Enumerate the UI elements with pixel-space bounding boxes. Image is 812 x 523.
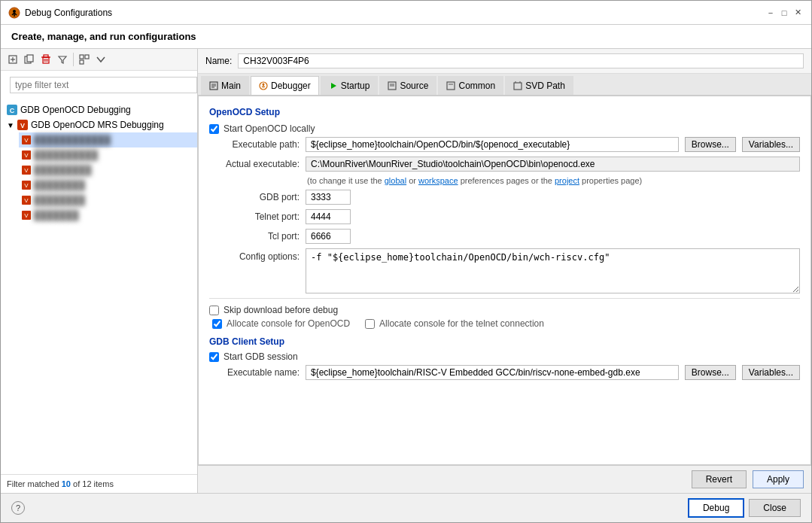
allocate-telnet-checkbox[interactable]: [365, 319, 375, 329]
telnet-port-input[interactable]: [306, 209, 351, 224]
tree-child-6[interactable]: V ███████: [19, 208, 197, 223]
openocd-section-header: OpenOCD Setup: [209, 107, 800, 117]
tree-child-2[interactable]: V ██████████: [19, 147, 197, 163]
expand-button[interactable]: [93, 52, 108, 67]
tab-main[interactable]: Main: [201, 76, 249, 95]
help-button[interactable]: ?: [11, 501, 25, 515]
browse-button-2[interactable]: Browse...: [685, 365, 736, 380]
hint-global-link[interactable]: global: [385, 176, 406, 185]
start-openocd-label: Start OpenOCD locally: [224, 123, 315, 134]
tab-main-label: Main: [221, 81, 241, 91]
allocate-console-checkbox[interactable]: [212, 319, 222, 329]
config-options-textarea[interactable]: -f "${eclipse_home}toolchain/OpenOCD/bin…: [306, 248, 800, 293]
v-small-icon-3: V: [22, 166, 31, 175]
skip-download-checkbox[interactable]: [209, 306, 219, 315]
start-gdb-row: Start GDB session: [209, 351, 800, 362]
tree-child-3[interactable]: V █████████: [19, 163, 197, 178]
svg-rect-50: [514, 83, 522, 90]
debug-button[interactable]: Debug: [688, 498, 744, 518]
variables-button-2[interactable]: Variables...: [742, 365, 800, 380]
tcl-port-input[interactable]: [306, 229, 351, 244]
duplicate-config-button[interactable]: [22, 52, 37, 67]
child-label-2: ██████████: [34, 150, 98, 160]
tree-child-1[interactable]: V ████████████: [19, 132, 197, 147]
v-small-icon-6: V: [22, 211, 31, 220]
filter-total: 12: [82, 479, 91, 488]
footer-right: Debug Close: [688, 498, 801, 518]
main-tab-icon: [209, 81, 218, 90]
svg-text:V: V: [24, 137, 29, 144]
executable-path-input[interactable]: [306, 137, 679, 152]
svg-rect-17: [85, 55, 89, 59]
allocate-telnet-item: Allocate console for the telnet connecti…: [365, 318, 544, 329]
close-window-button[interactable]: ✕: [792, 7, 804, 19]
tab-source-label: Source: [400, 81, 428, 91]
window-title: Debug Configurations: [25, 8, 112, 18]
name-label: Name:: [205, 56, 232, 66]
header-section: Create, manage, and run configurations: [1, 25, 811, 49]
tab-common[interactable]: Common: [438, 76, 503, 95]
svg-text:V: V: [24, 197, 29, 204]
svd-tab-icon: [513, 81, 522, 90]
tree-expand-arrow: ▼: [7, 121, 14, 129]
allocate-console-item: Allocate console for OpenOCD: [212, 318, 350, 329]
svg-rect-9: [27, 55, 33, 62]
maximize-button[interactable]: □: [778, 7, 790, 19]
tree-child-5[interactable]: V ████████: [19, 193, 197, 208]
search-wrapper: [1, 71, 197, 99]
child-label-3: █████████: [34, 165, 92, 175]
toolbar-separator: [73, 53, 74, 66]
right-panel: Name: Main Debugger Startup: [198, 49, 811, 493]
close-button[interactable]: Close: [749, 499, 801, 517]
svg-rect-48: [447, 82, 455, 90]
search-input[interactable]: [10, 77, 197, 93]
svg-rect-16: [80, 55, 84, 59]
filter-of: of: [71, 479, 82, 488]
tab-startup[interactable]: Startup: [321, 76, 379, 95]
window-icon: [8, 7, 20, 19]
gdb-client-section-header: GDB Client Setup: [209, 336, 800, 347]
tree-child-4[interactable]: V ████████: [19, 178, 197, 193]
sidebar-item-gdb-openocd[interactable]: C GDB OpenOCD Debugging: [1, 102, 197, 117]
start-gdb-checkbox[interactable]: [209, 352, 219, 362]
executable-path-row: Executable path: Browse... Variables...: [209, 137, 800, 152]
browse-button[interactable]: Browse...: [685, 137, 736, 152]
hint-workspace-link[interactable]: workspace: [418, 176, 458, 185]
config-options-label: Config options:: [209, 251, 300, 262]
tab-svd-path[interactable]: SVD Path: [505, 76, 573, 95]
tab-debugger[interactable]: Debugger: [251, 76, 319, 95]
apply-button[interactable]: Apply: [753, 470, 804, 488]
sidebar-group-mrs: ▼ V GDB OpenOCD MRS Debugging V: [1, 117, 197, 223]
v-icon: V: [17, 120, 28, 130]
minimize-button[interactable]: −: [765, 7, 777, 19]
sidebar-group-mrs-header[interactable]: ▼ V GDB OpenOCD MRS Debugging: [1, 117, 197, 132]
telnet-port-row: Telnet port:: [209, 209, 800, 224]
c-icon: C: [7, 105, 17, 115]
delete-config-button[interactable]: [38, 52, 53, 67]
hint-row: (to change it use the global or workspac…: [307, 176, 800, 185]
v-small-icon-4: V: [22, 181, 31, 190]
new-config-button[interactable]: [5, 52, 20, 67]
config-options-row: Config options: -f "${eclipse_home}toolc…: [209, 248, 800, 293]
variables-button[interactable]: Variables...: [742, 137, 800, 152]
tcl-port-row: Tcl port:: [209, 229, 800, 244]
svg-point-1: [13, 10, 16, 13]
tab-source[interactable]: Source: [379, 76, 436, 95]
hint-project-link[interactable]: project: [555, 176, 579, 185]
filter-suffix: items: [92, 479, 114, 488]
tab-debugger-label: Debugger: [271, 81, 311, 91]
sidebar-item-gdb-openocd-label: GDB OpenOCD Debugging: [20, 105, 131, 115]
filter-button[interactable]: [55, 52, 70, 67]
name-input[interactable]: [238, 53, 804, 68]
collapse-button[interactable]: [77, 52, 92, 67]
allocate-row: Allocate console for OpenOCD Allocate co…: [212, 318, 800, 329]
header-title: Create, manage, and run configurations: [11, 31, 801, 42]
svg-point-40: [263, 84, 265, 86]
start-openocd-checkbox[interactable]: [209, 124, 219, 134]
v-small-icon-5: V: [22, 196, 31, 205]
sidebar-tree: C GDB OpenOCD Debugging ▼ V GDB OpenOCD …: [1, 99, 197, 474]
gdb-port-input[interactable]: [306, 190, 351, 205]
tcl-port-label: Tcl port:: [209, 231, 300, 242]
revert-button[interactable]: Revert: [692, 470, 747, 488]
executable-name-input[interactable]: [306, 365, 679, 380]
